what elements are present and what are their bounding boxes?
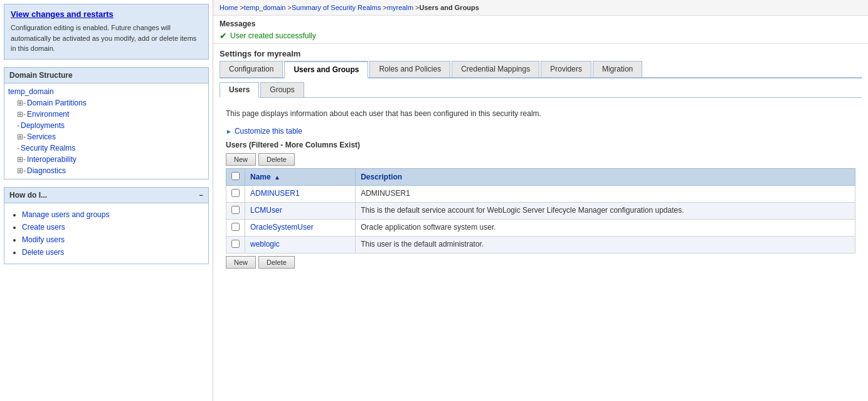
new-button-top[interactable]: New (226, 153, 256, 166)
how-do-i-link[interactable]: Delete users (22, 248, 64, 257)
how-do-i-list: Manage users and groupsCreate usersModif… (11, 208, 202, 259)
user-name-link[interactable]: LCMUser (250, 206, 282, 215)
tree-item-services[interactable]: ⊞-Services (8, 131, 204, 142)
tree-item-environment[interactable]: ⊞-Environment (8, 109, 204, 120)
check-icon: ✔ (220, 31, 227, 41)
user-name-cell: ADMINUSER1 (245, 186, 356, 203)
name-header-label: Name (250, 173, 271, 181)
breadcrumb: Home >temp_domain >Summary of Security R… (213, 0, 868, 16)
tab-bar: ConfigurationUsers and GroupsRoles and P… (220, 61, 862, 78)
customize-label: Customize this table (235, 127, 302, 136)
user-name-cell: weblogic (245, 237, 356, 254)
select-all-checkbox[interactable] (231, 172, 240, 180)
how-do-i-title: How do I... (9, 191, 47, 200)
breadcrumb-link-2[interactable]: Summary of Security Realms (292, 4, 381, 11)
description-text: This page displays information about eac… (226, 109, 855, 118)
delete-button-bottom[interactable]: Delete (258, 256, 295, 269)
table-row: LCMUserThis is the default service accou… (226, 203, 855, 220)
sub-tab-users[interactable]: Users (220, 82, 259, 98)
sub-tab-bar: UsersGroups (220, 78, 862, 98)
settings-section: Settings for myrealm ConfigurationUsers … (213, 44, 868, 277)
user-description-cell: Oracle application software system user. (356, 220, 855, 237)
messages-section: Messages ✔ User created successfully (213, 16, 868, 44)
how-do-i-panel: How do I... − Manage users and groupsCre… (4, 187, 209, 264)
tree-item-security-realms[interactable]: -Security Realms (8, 142, 204, 154)
tab-roles-and-policies[interactable]: Roles and Policies (369, 61, 450, 77)
top-button-row: New Delete (226, 153, 855, 166)
table-row: OracleSystemUserOracle application softw… (226, 220, 855, 237)
row-checkbox[interactable] (231, 240, 240, 248)
tab-users-and-groups[interactable]: Users and Groups (284, 61, 368, 78)
user-name-link[interactable]: OracleSystemUser (250, 223, 314, 232)
tree-item-interoperability[interactable]: ⊞-Interoperability (8, 154, 204, 165)
row-checkbox[interactable] (231, 223, 240, 231)
users-table: Name ▲ Description ADMINUSER1ADMINUSER1L… (226, 168, 855, 254)
settings-title: Settings for myrealm (220, 44, 862, 61)
description-header-label: Description (361, 173, 402, 181)
tree-item-diagnostics[interactable]: ⊞-Diagnostics (8, 165, 204, 176)
view-changes-panel: View changes and restarts Configuration … (4, 4, 209, 60)
success-message: ✔ User created successfully (220, 31, 862, 41)
user-name-link[interactable]: ADMINUSER1 (250, 189, 300, 198)
table-row: weblogicThis user is the default adminis… (226, 237, 855, 254)
user-description-cell: This user is the default administrator. (356, 237, 855, 254)
domain-structure-header: Domain Structure (4, 68, 208, 83)
tab-credential-mappings[interactable]: Credential Mappings (452, 61, 539, 77)
user-description-cell: This is the default service account for … (356, 203, 855, 220)
bottom-button-row: New Delete (226, 256, 855, 269)
tab-configuration[interactable]: Configuration (220, 61, 283, 77)
customize-table-link[interactable]: ► Customize this table (226, 127, 855, 136)
how-do-i-item: Delete users (22, 246, 202, 259)
delete-button-top[interactable]: Delete (258, 153, 295, 166)
view-changes-text: Configuration editing is enabled. Future… (11, 23, 202, 54)
table-row: ADMINUSER1ADMINUSER1 (226, 186, 855, 203)
arrow-icon: ► (226, 128, 232, 135)
tree-item-deployments[interactable]: -Deployments (8, 120, 204, 131)
domain-tree: temp_domain⊞-Domain Partitions⊞-Environm… (4, 83, 208, 179)
breadcrumb-link-1[interactable]: temp_domain (244, 4, 286, 11)
view-changes-title[interactable]: View changes and restarts (11, 9, 202, 19)
tab-migration[interactable]: Migration (593, 61, 642, 77)
row-checkbox[interactable] (231, 189, 240, 197)
how-do-i-item: Manage users and groups (22, 208, 202, 221)
tree-item-temp_domain[interactable]: temp_domain (8, 86, 204, 97)
sub-tab-groups[interactable]: Groups (260, 82, 304, 97)
how-do-i-link[interactable]: Manage users and groups (22, 210, 109, 219)
tab-providers[interactable]: Providers (541, 61, 591, 77)
description-column-header: Description (356, 169, 855, 186)
how-do-i-header: How do I... − (4, 188, 208, 203)
select-all-header (226, 169, 245, 186)
row-checkbox[interactable] (231, 206, 240, 214)
breadcrumb-current: Users and Groups (420, 4, 479, 11)
collapse-button[interactable]: − (199, 191, 203, 199)
messages-title: Messages (220, 19, 862, 28)
name-column-header[interactable]: Name ▲ (245, 169, 356, 186)
success-text: User created successfully (230, 31, 316, 40)
table-title: Users (Filtered - More Columns Exist) (226, 141, 855, 149)
how-do-i-content: Manage users and groupsCreate usersModif… (4, 203, 208, 264)
how-do-i-link[interactable]: Modify users (22, 235, 65, 244)
content-area: This page displays information about eac… (220, 98, 862, 277)
sort-icon: ▲ (274, 174, 280, 181)
sidebar: View changes and restarts Configuration … (0, 0, 213, 401)
how-do-i-item: Modify users (22, 233, 202, 246)
main-content: Home >temp_domain >Summary of Security R… (213, 0, 868, 401)
how-do-i-item: Create users (22, 221, 202, 233)
tree-item-domain-partitions[interactable]: ⊞-Domain Partitions (8, 97, 204, 109)
breadcrumb-link-3[interactable]: myrealm (387, 4, 413, 11)
how-do-i-link[interactable]: Create users (22, 223, 65, 232)
breadcrumb-link-0[interactable]: Home (220, 4, 238, 11)
table-header-row: Name ▲ Description (226, 169, 855, 186)
user-description-cell: ADMINUSER1 (356, 186, 855, 203)
new-button-bottom[interactable]: New (226, 256, 256, 269)
user-name-cell: LCMUser (245, 203, 356, 220)
user-name-cell: OracleSystemUser (245, 220, 356, 237)
domain-structure: Domain Structure temp_domain⊞-Domain Par… (4, 67, 209, 179)
user-name-link[interactable]: weblogic (250, 240, 280, 249)
